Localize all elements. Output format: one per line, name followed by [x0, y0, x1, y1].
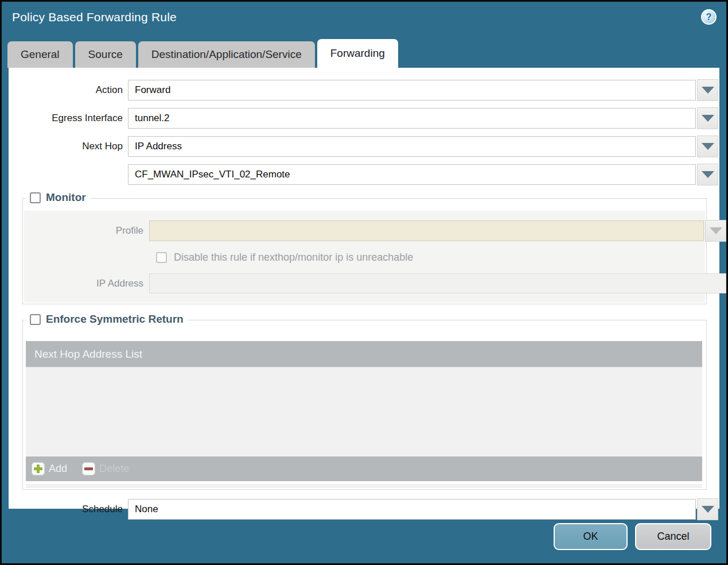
action-select[interactable]: Forward: [128, 80, 696, 100]
monitor-panel: Profile Disable this rule if nexthop/mon…: [24, 211, 705, 303]
action-label: Action: [9, 84, 128, 96]
next-hop-address-list-toolbar: Add Delete: [26, 456, 702, 481]
monitor-checkbox[interactable]: [30, 192, 41, 203]
action-row: Action Forward: [9, 79, 719, 101]
chevron-down-icon: [702, 115, 714, 122]
table-bottom-strip: [26, 484, 702, 488]
schedule-row: Schedule None: [9, 498, 719, 520]
forwarding-tab-panel: Action Forward Egress Interface tunnel.2…: [9, 68, 719, 509]
delete-button: Delete: [82, 462, 129, 475]
next-hop-address-select[interactable]: CF_MWAN_IPsec_VTI_02_Remote: [128, 164, 696, 185]
symmetric-return-legend: Enforce Symmetric Return: [26, 313, 188, 326]
policy-based-forwarding-dialog: Policy Based Forwarding Rule ? General S…: [0, 0, 728, 565]
monitor-ip-address-row: IP Address: [24, 273, 705, 293]
schedule-label: Schedule: [9, 504, 128, 515]
tab-general-label: General: [21, 48, 60, 61]
next-hop-row: Next Hop IP Address: [9, 136, 719, 157]
profile-label: Profile: [24, 225, 149, 237]
schedule-select[interactable]: None: [128, 499, 696, 520]
delete-button-label: Delete: [99, 463, 129, 475]
monitor-ip-address-input: [149, 273, 726, 293]
next-hop-address-row: CF_MWAN_IPsec_VTI_02_Remote: [9, 164, 719, 185]
monitor-fieldset: Monitor Profile Disable this rule if nex…: [22, 198, 707, 304]
profile-select: [149, 220, 704, 241]
symmetric-return-fieldset: Enforce Symmetric Return Next Hop Addres…: [22, 320, 707, 490]
plus-icon: [32, 462, 45, 475]
disable-rule-checkbox: [156, 252, 167, 263]
cancel-button[interactable]: Cancel: [635, 523, 711, 550]
egress-interface-label: Egress Interface: [9, 113, 128, 124]
schedule-dropdown-button[interactable]: [697, 498, 718, 520]
chevron-down-icon: [710, 227, 722, 234]
symmetric-return-legend-label: Enforce Symmetric Return: [46, 313, 184, 326]
next-hop-address-list-body: [26, 367, 702, 456]
minus-icon: [82, 462, 95, 475]
next-hop-address-list-header-label: Next Hop Address List: [34, 348, 142, 361]
add-button[interactable]: Add: [32, 462, 67, 475]
chevron-down-icon: [702, 506, 714, 513]
next-hop-label: Next Hop: [9, 141, 128, 152]
tab-source-label: Source: [88, 48, 123, 61]
ok-button[interactable]: OK: [554, 523, 628, 550]
profile-dropdown-button: [705, 220, 726, 242]
chevron-down-icon: [702, 87, 714, 94]
symmetric-return-checkbox[interactable]: [30, 314, 41, 325]
dialog-titlebar: Policy Based Forwarding Rule ?: [2, 2, 726, 32]
tab-destination-application-service[interactable]: Destination/Application/Service: [138, 41, 315, 68]
help-icon[interactable]: ?: [701, 9, 717, 25]
tab-forwarding-label: Forwarding: [330, 47, 385, 60]
tab-forwarding[interactable]: Forwarding: [317, 39, 398, 68]
next-hop-type-select[interactable]: IP Address: [128, 136, 696, 157]
tab-destination-application-service-label: Destination/Application/Service: [151, 48, 302, 61]
chevron-down-icon: [702, 171, 714, 178]
action-dropdown-button[interactable]: [697, 79, 718, 101]
egress-interface-row: Egress Interface tunnel.2: [9, 107, 719, 129]
profile-row: Profile: [24, 220, 705, 242]
next-hop-address-list-table: Next Hop Address List Add Delete: [26, 341, 702, 481]
add-button-label: Add: [49, 463, 67, 475]
chevron-down-icon: [702, 143, 714, 150]
tab-source[interactable]: Source: [75, 41, 136, 68]
egress-interface-select[interactable]: tunnel.2: [128, 108, 696, 129]
next-hop-dropdown-button[interactable]: [697, 136, 718, 157]
dialog-title: Policy Based Forwarding Rule: [12, 10, 177, 24]
monitor-legend-label: Monitor: [46, 191, 86, 204]
help-glyph: ?: [706, 12, 712, 22]
monitor-ip-address-label: IP Address: [24, 278, 149, 289]
disable-rule-label: Disable this rule if nexthop/monitor ip …: [174, 251, 413, 264]
tab-general[interactable]: General: [7, 41, 73, 68]
next-hop-address-dropdown-button[interactable]: [697, 164, 718, 185]
disable-rule-row: Disable this rule if nexthop/monitor ip …: [156, 251, 705, 264]
egress-interface-dropdown-button[interactable]: [697, 107, 718, 129]
next-hop-address-list-header: Next Hop Address List: [26, 341, 702, 367]
tab-bar: General Source Destination/Application/S…: [2, 32, 726, 68]
monitor-legend: Monitor: [26, 191, 90, 204]
dialog-actions: OK Cancel: [554, 523, 711, 550]
